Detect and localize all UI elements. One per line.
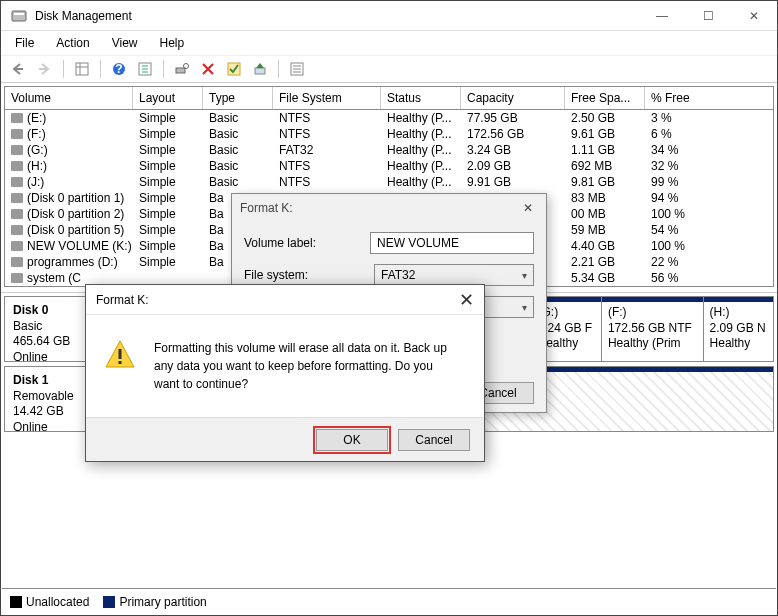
partition-h[interactable]: (H:)2.09 GB NHealthy	[704, 297, 773, 361]
details-icon[interactable]	[70, 58, 94, 80]
svg-rect-23	[119, 361, 122, 364]
table-row[interactable]: (J:)SimpleBasicNTFSHealthy (P...9.91 GB9…	[5, 174, 773, 190]
title-bar: Disk Management — ☐ ✕	[1, 1, 777, 31]
menu-view[interactable]: View	[104, 34, 146, 52]
help-icon[interactable]: ?	[107, 58, 131, 80]
svg-text:?: ?	[115, 62, 122, 76]
confirm-close-icon[interactable]: ✕	[459, 289, 474, 311]
col-layout[interactable]: Layout	[133, 87, 203, 109]
refresh-icon[interactable]	[133, 58, 157, 80]
forward-icon[interactable]	[33, 58, 57, 80]
format-dialog-title: Format K:	[240, 201, 293, 215]
disk0-size: 465.64 GB	[13, 334, 92, 350]
svg-rect-13	[176, 68, 185, 73]
filesystem-label: File system:	[244, 268, 364, 282]
minimize-button[interactable]: —	[639, 1, 685, 31]
menu-help[interactable]: Help	[152, 34, 193, 52]
volume-label-input[interactable]	[370, 232, 534, 254]
ok-button[interactable]: OK	[316, 429, 388, 451]
cancel-button[interactable]: Cancel	[398, 429, 470, 451]
disk1-status: Online	[13, 420, 92, 436]
col-pctfree[interactable]: % Free	[645, 87, 773, 109]
svg-rect-0	[12, 11, 26, 21]
window-title: Disk Management	[35, 9, 132, 23]
format-dialog-close-icon[interactable]: ✕	[518, 201, 538, 215]
col-status[interactable]: Status	[381, 87, 461, 109]
col-freespace[interactable]: Free Spa...	[565, 87, 645, 109]
col-filesystem[interactable]: File System	[273, 87, 381, 109]
disk1-type: Removable	[13, 389, 92, 405]
menu-file[interactable]: File	[7, 34, 42, 52]
menu-action[interactable]: Action	[48, 34, 97, 52]
legend-primary: Primary partition	[119, 595, 206, 609]
disk1-name: Disk 1	[13, 373, 92, 389]
partition-f[interactable]: (F:)172.56 GB NTFHealthy (Prim	[602, 297, 704, 361]
app-icon	[11, 8, 27, 24]
col-capacity[interactable]: Capacity	[461, 87, 565, 109]
filesystem-select[interactable]: FAT32▾	[374, 264, 534, 286]
disk1-size: 14.42 GB	[13, 404, 92, 420]
svg-rect-2	[14, 68, 23, 70]
table-row[interactable]: (H:)SimpleBasicNTFSHealthy (P...2.09 GB6…	[5, 158, 773, 174]
maximize-button[interactable]: ☐	[685, 1, 731, 31]
menu-bar: File Action View Help	[1, 31, 777, 55]
chevron-down-icon: ▾	[522, 270, 527, 281]
svg-rect-16	[255, 68, 265, 74]
disk0-name: Disk 0	[13, 303, 92, 319]
table-row[interactable]: (G:)SimpleBasicFAT32Healthy (P...3.24 GB…	[5, 142, 773, 158]
arrow-up-icon[interactable]	[248, 58, 272, 80]
delete-icon[interactable]	[196, 58, 220, 80]
close-button[interactable]: ✕	[731, 1, 777, 31]
table-row[interactable]: (F:)SimpleBasicNTFSHealthy (P...172.56 G…	[5, 126, 773, 142]
check-icon[interactable]	[222, 58, 246, 80]
svg-rect-22	[119, 349, 122, 359]
list-icon[interactable]	[285, 58, 309, 80]
svg-rect-4	[76, 63, 88, 75]
svg-point-14	[184, 64, 189, 69]
settings-icon[interactable]	[170, 58, 194, 80]
confirm-dialog: Format K: ✕ Formatting this volume will …	[85, 284, 485, 462]
toolbar: ?	[1, 55, 777, 83]
confirm-text: Formatting this volume will erase all da…	[154, 339, 454, 393]
table-row[interactable]: (E:)SimpleBasicNTFSHealthy (P...77.95 GB…	[5, 110, 773, 126]
confirm-title: Format K:	[96, 293, 149, 307]
back-icon[interactable]	[7, 58, 31, 80]
svg-rect-3	[39, 68, 48, 70]
col-volume[interactable]: Volume	[5, 87, 133, 109]
warning-icon	[104, 339, 136, 371]
svg-rect-1	[14, 13, 24, 15]
col-type[interactable]: Type	[203, 87, 273, 109]
legend: Unallocated Primary partition	[2, 588, 776, 614]
legend-unallocated: Unallocated	[26, 595, 89, 609]
volume-label-label: Volume label:	[244, 236, 360, 250]
disk0-status: Online	[13, 350, 92, 366]
disk0-type: Basic	[13, 319, 92, 335]
chevron-down-icon: ▾	[522, 302, 527, 313]
